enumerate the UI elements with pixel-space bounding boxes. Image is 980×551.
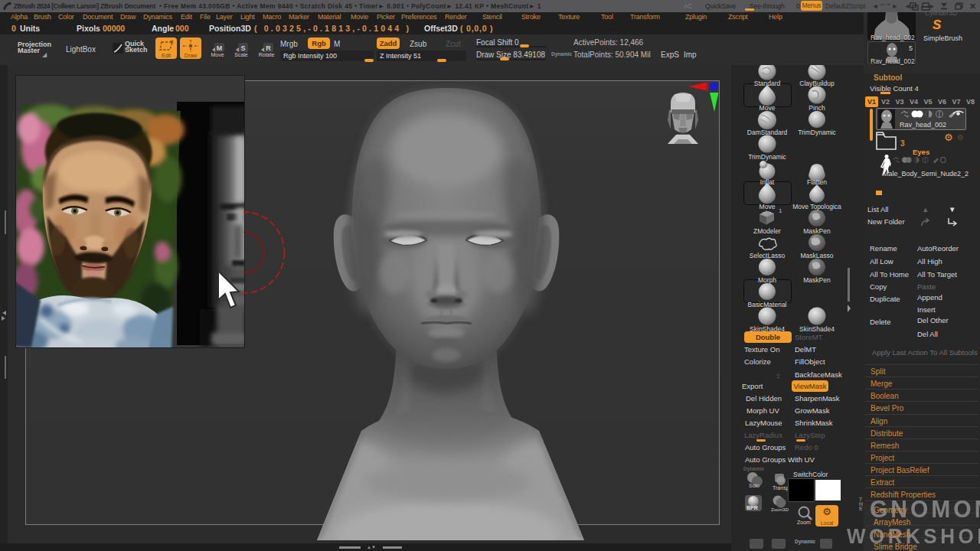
svg-text:S: S: [240, 44, 245, 52]
svg-text:Zoom3D: Zoom3D: [771, 507, 789, 512]
svg-text:R: R: [266, 44, 271, 52]
svg-text:BPR: BPR: [746, 505, 758, 510]
svg-text:Transp: Transp: [773, 485, 789, 491]
svg-text:Solo: Solo: [749, 483, 760, 488]
svg-text:Zoom: Zoom: [797, 520, 811, 525]
svg-text:M: M: [217, 44, 223, 52]
